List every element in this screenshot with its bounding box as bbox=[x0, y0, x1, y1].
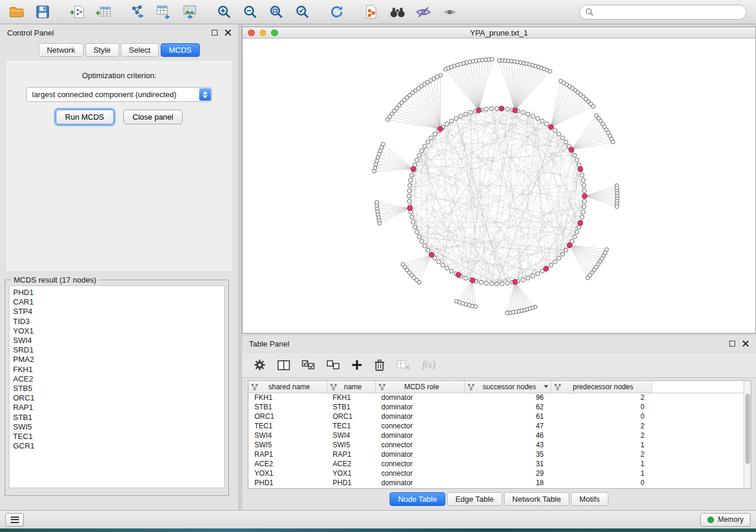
run-mcds-button[interactable]: Run MCDS bbox=[56, 110, 114, 124]
row-filler bbox=[652, 440, 751, 450]
table-cell: YOX1 bbox=[248, 469, 327, 478]
mcds-result-item[interactable]: GCR1 bbox=[13, 441, 224, 451]
table-row[interactable]: PHD1PHD1dominator180 bbox=[248, 478, 751, 488]
column-header-MCDS-role[interactable]: MCDS role bbox=[375, 381, 464, 393]
network-canvas[interactable] bbox=[243, 39, 755, 333]
right-pane: YPA_prune.txt_1 Table Panel bbox=[242, 24, 756, 510]
column-header-name[interactable]: name bbox=[327, 381, 375, 393]
table-scrollbar[interactable] bbox=[744, 380, 751, 489]
close-table-panel-icon[interactable] bbox=[742, 341, 749, 347]
mcds-result-item[interactable]: STB1 bbox=[13, 413, 224, 422]
select-all-button[interactable] bbox=[302, 360, 315, 370]
close-window-icon[interactable] bbox=[248, 30, 255, 37]
mcds-result-item[interactable]: RAP1 bbox=[13, 403, 224, 412]
open-file-button[interactable] bbox=[6, 2, 27, 21]
hamburger-icon bbox=[11, 517, 19, 523]
tab-select[interactable]: Select bbox=[121, 43, 159, 57]
share-document-icon bbox=[365, 5, 378, 19]
table-cell: RAP1 bbox=[248, 450, 327, 459]
optimization-criterion-label: Optimization criterion: bbox=[6, 71, 232, 80]
tab-node-table[interactable]: Node Table bbox=[390, 492, 445, 506]
delete-column-button[interactable] bbox=[374, 359, 385, 371]
checked-boxes-icon bbox=[302, 360, 315, 370]
export-image-button[interactable] bbox=[179, 2, 200, 21]
mcds-result-item[interactable]: YOX1 bbox=[13, 326, 224, 336]
import-table-button[interactable] bbox=[92, 2, 114, 21]
mcds-result-item[interactable]: ORC1 bbox=[13, 393, 224, 403]
table-cell: 1 bbox=[551, 440, 652, 450]
zoom-out-button[interactable] bbox=[240, 2, 261, 21]
export-table-button[interactable] bbox=[153, 2, 174, 21]
optimization-criterion-select[interactable]: largest connected component (undirected) bbox=[26, 87, 212, 102]
delete-table-button[interactable] bbox=[397, 360, 410, 370]
mcds-result-item[interactable]: ACE2 bbox=[13, 374, 224, 384]
zoom-selected-icon bbox=[295, 5, 310, 19]
tab-motifs[interactable]: Motifs bbox=[571, 492, 608, 506]
zoom-in-button[interactable] bbox=[213, 2, 235, 21]
tab-edge-table[interactable]: Edge Table bbox=[447, 492, 502, 506]
apply-layout-button[interactable] bbox=[326, 2, 347, 21]
mcds-result-item[interactable]: TEC1 bbox=[13, 432, 224, 441]
table-row[interactable]: SWI4SWI4dominator462 bbox=[248, 431, 751, 440]
export-network-button[interactable] bbox=[127, 2, 148, 21]
table-row[interactable]: ACE2ACE2connector311 bbox=[248, 459, 751, 469]
zoom-fit-button[interactable] bbox=[266, 2, 287, 21]
mcds-result-item[interactable]: SWI4 bbox=[13, 336, 224, 345]
table-cell: 47 bbox=[464, 421, 551, 431]
table-row[interactable]: STB1STB1dominator620 bbox=[248, 402, 751, 412]
share-document-button[interactable] bbox=[361, 2, 382, 21]
create-column-button[interactable] bbox=[352, 360, 362, 370]
table-row[interactable]: RAP1RAP1dominator352 bbox=[248, 450, 751, 459]
hide-annotations-button[interactable] bbox=[413, 2, 434, 21]
show-columns-button[interactable] bbox=[277, 360, 290, 370]
table-row[interactable]: FKH1FKH1dominator962 bbox=[248, 393, 751, 402]
mcds-result-item[interactable]: SWI5 bbox=[13, 422, 224, 432]
maximize-window-icon[interactable] bbox=[271, 30, 278, 37]
tab-style[interactable]: Style bbox=[85, 43, 119, 57]
memory-button[interactable]: Memory bbox=[700, 513, 751, 527]
deselect-all-button[interactable] bbox=[327, 360, 340, 370]
mcds-result-item[interactable]: TID3 bbox=[13, 317, 224, 326]
sort-caret-icon[interactable] bbox=[544, 385, 548, 388]
function-builder-button[interactable]: f(x) bbox=[422, 360, 435, 370]
tab-network-table[interactable]: Network Table bbox=[504, 492, 569, 506]
table-row[interactable]: SWI5SWI5connector431 bbox=[248, 440, 751, 450]
mcds-result-item[interactable]: CAR1 bbox=[13, 297, 224, 307]
save-session-button[interactable] bbox=[32, 2, 53, 21]
import-network-button[interactable] bbox=[66, 2, 88, 21]
table-row[interactable]: YOX1YOX1connector291 bbox=[248, 469, 751, 478]
mcds-result-item[interactable]: SRD1 bbox=[13, 345, 224, 355]
table-row[interactable]: TEC1TEC1connector472 bbox=[248, 421, 751, 431]
mcds-result-list[interactable]: PHD1CAR1STP4TID3YOX1SWI4SRD1PMA2FKH1ACE2… bbox=[9, 286, 225, 488]
mcds-result-item[interactable]: PMA2 bbox=[13, 355, 224, 364]
search-input[interactable] bbox=[597, 8, 741, 16]
tab-mcds[interactable]: MCDS bbox=[161, 43, 200, 57]
zoom-out-icon bbox=[243, 5, 257, 19]
column-header-shared-name[interactable]: shared name bbox=[248, 381, 327, 393]
toolbar-search-field[interactable] bbox=[579, 5, 747, 20]
network-window-titlebar[interactable]: YPA_prune.txt_1 bbox=[243, 27, 755, 39]
table-settings-button[interactable] bbox=[254, 359, 266, 371]
status-list-button[interactable] bbox=[5, 513, 24, 527]
network-search-button[interactable] bbox=[387, 2, 408, 21]
mcds-result-item[interactable]: FKH1 bbox=[13, 365, 224, 374]
desktop-wallpaper bbox=[0, 528, 756, 532]
table-row[interactable]: ORC1ORC1dominator610 bbox=[248, 412, 751, 421]
table-cell: dominator bbox=[375, 412, 464, 421]
mcds-result-item[interactable]: PHD1 bbox=[13, 288, 224, 297]
attribute-icon bbox=[468, 384, 474, 390]
mcds-result-item[interactable]: STP4 bbox=[13, 307, 224, 316]
tab-network[interactable]: Network bbox=[39, 43, 84, 57]
network-graph[interactable] bbox=[243, 39, 755, 333]
column-header-successor-nodes[interactable]: successor nodes bbox=[464, 381, 551, 393]
close-panel-icon[interactable] bbox=[225, 30, 231, 36]
scrollbar-thumb[interactable] bbox=[745, 394, 750, 464]
show-annotations-button[interactable] bbox=[439, 2, 460, 21]
minimize-window-icon[interactable] bbox=[260, 30, 267, 37]
zoom-selected-button[interactable] bbox=[292, 2, 313, 21]
mcds-result-item[interactable]: STB5 bbox=[13, 384, 224, 393]
float-table-panel-icon[interactable] bbox=[729, 341, 735, 347]
column-header-predecessor-nodes[interactable]: predecessor nodes bbox=[551, 381, 652, 393]
float-panel-icon[interactable] bbox=[212, 30, 218, 36]
close-panel-button[interactable]: Close panel bbox=[123, 110, 183, 124]
